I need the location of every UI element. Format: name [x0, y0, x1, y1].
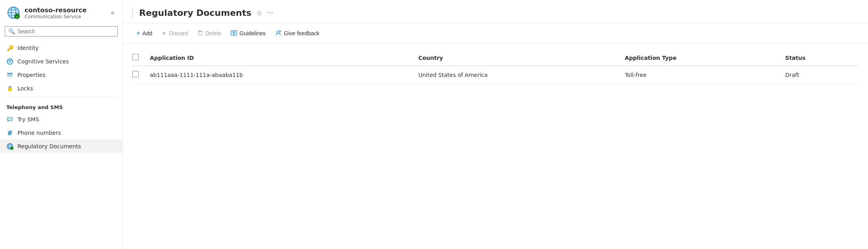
sidebar-item-label: Properties — [17, 72, 46, 78]
row-checkbox[interactable] — [132, 71, 139, 77]
sidebar-collapse-button[interactable]: « — [109, 8, 116, 18]
sidebar-title-block: contoso-resource Communication Service — [25, 6, 87, 19]
guidelines-label: Guidelines — [239, 30, 266, 36]
svg-rect-24 — [231, 31, 233, 35]
search-input[interactable] — [17, 28, 114, 34]
phone-numbers-icon: # — [6, 129, 13, 136]
application-type-header: Application Type — [620, 50, 780, 66]
status-header: Status — [780, 50, 858, 66]
sidebar-item-cognitive-services[interactable]: Cognitive Services — [0, 55, 122, 68]
sidebar-item-label: Cognitive Services — [17, 58, 69, 65]
regulatory-documents-table: Application ID Country Application Type … — [132, 50, 858, 84]
locks-icon — [6, 85, 13, 92]
add-label: Add — [142, 30, 152, 36]
page-title: Regulatory Documents — [139, 8, 251, 18]
main-header: Regulatory Documents ☆ ··· — [123, 0, 868, 23]
resource-logo: ✓ — [6, 6, 21, 20]
toolbar: + Add ✕ Discard Delete — [123, 23, 868, 44]
discard-label: Discard — [169, 30, 187, 36]
cognitive-services-icon — [6, 58, 13, 65]
give-feedback-label: Give feedback — [284, 30, 319, 36]
svg-rect-12 — [7, 76, 13, 77]
svg-text:✓: ✓ — [16, 15, 19, 19]
main-content: Regulatory Documents ☆ ··· + Add ✕ Disca… — [123, 0, 868, 249]
select-all-header — [132, 50, 145, 66]
more-options-icon[interactable]: ··· — [267, 9, 273, 17]
sidebar-search-row: 🔍 — [0, 24, 122, 40]
resource-name: contoso-resource — [25, 6, 87, 14]
delete-label: Delete — [205, 30, 221, 36]
sidebar-item-regulatory-documents[interactable]: ✓ Regulatory Documents — [0, 140, 122, 153]
svg-point-9 — [9, 60, 11, 63]
sidebar-search-box[interactable]: 🔍 — [5, 26, 118, 36]
table-row: ab111aaa-1111-111a-abaaba11b United Stat… — [132, 66, 858, 84]
add-button[interactable]: + Add — [132, 27, 156, 39]
regulatory-documents-icon: ✓ — [6, 143, 13, 150]
table-container: Application ID Country Application Type … — [123, 44, 868, 249]
sidebar-item-label: Phone numbers — [17, 130, 61, 136]
discard-button[interactable]: ✕ Discard — [158, 28, 191, 39]
table-header: Application ID Country Application Type … — [132, 50, 858, 66]
sidebar-item-locks[interactable]: Locks — [0, 82, 122, 95]
sidebar-item-phone-numbers[interactable]: # Phone numbers — [0, 126, 122, 140]
sidebar-item-label: Regulatory Documents — [17, 143, 81, 149]
select-all-checkbox[interactable] — [132, 54, 139, 60]
svg-text:✓: ✓ — [11, 147, 13, 150]
sidebar: ✓ contoso-resource Communication Service… — [0, 0, 123, 249]
header-divider — [132, 7, 133, 18]
sidebar-item-label: Try SMS — [17, 116, 39, 123]
section-divider — [6, 97, 116, 97]
svg-rect-11 — [7, 75, 13, 75]
svg-rect-25 — [234, 31, 237, 35]
give-feedback-icon — [275, 30, 281, 37]
status-cell: Draft — [780, 66, 858, 84]
try-sms-icon — [6, 116, 13, 123]
application-id-header: Application ID — [145, 50, 413, 66]
sidebar-item-try-sms[interactable]: Try SMS — [0, 113, 122, 126]
sidebar-header: ✓ contoso-resource Communication Service… — [0, 0, 122, 24]
telephony-section-header: Telephony and SMS — [0, 99, 122, 113]
delete-icon — [197, 30, 203, 37]
guidelines-button[interactable]: Guidelines — [227, 28, 270, 39]
sidebar-item-label: Locks — [17, 85, 33, 92]
row-checkbox-cell — [132, 66, 145, 84]
svg-rect-23 — [199, 31, 201, 31]
guidelines-icon — [231, 30, 237, 37]
sidebar-item-properties[interactable]: Properties — [0, 68, 122, 82]
table-body: ab111aaa-1111-111a-abaaba11b United Stat… — [132, 66, 858, 84]
add-icon: + — [136, 30, 140, 37]
properties-icon — [6, 71, 13, 79]
favorite-star-icon[interactable]: ☆ — [256, 9, 262, 17]
svg-rect-13 — [8, 88, 11, 91]
sidebar-item-identity[interactable]: 🔑 Identity — [0, 41, 122, 55]
application-id-cell: ab111aaa-1111-111a-abaaba11b — [145, 66, 413, 84]
sidebar-nav: 🔑 Identity Cognitive Services P — [0, 40, 122, 249]
give-feedback-button[interactable]: Give feedback — [271, 28, 323, 39]
country-header: Country — [413, 50, 620, 66]
discard-icon: ✕ — [162, 30, 166, 36]
resource-type: Communication Service — [25, 14, 87, 19]
svg-rect-10 — [7, 73, 13, 74]
application-type-cell: Toll-free — [620, 66, 780, 84]
identity-icon: 🔑 — [6, 44, 13, 52]
delete-button[interactable]: Delete — [193, 28, 225, 39]
search-icon: 🔍 — [8, 28, 15, 34]
country-cell: United States of America — [413, 66, 620, 84]
sidebar-item-label: Identity — [17, 45, 39, 51]
